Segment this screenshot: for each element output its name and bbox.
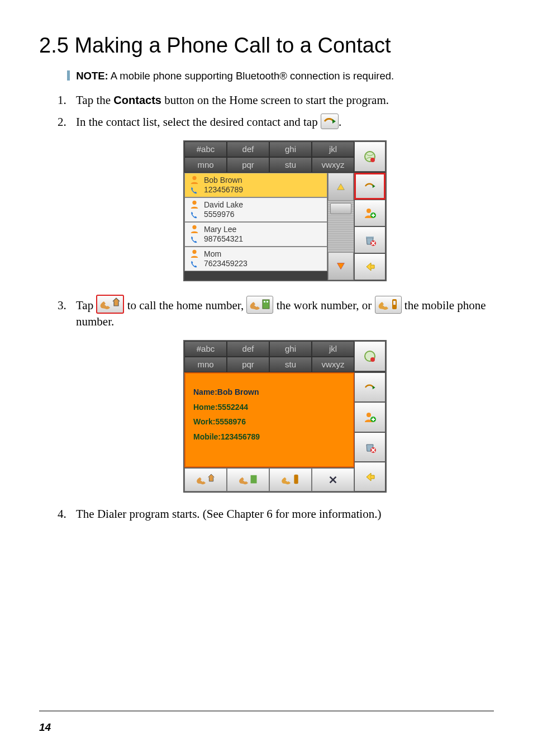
triangle-up-icon — [336, 182, 346, 192]
back-arrow-icon — [363, 470, 377, 484]
back-arrow-icon — [363, 260, 377, 273]
key-pqr[interactable]: pqr — [227, 157, 269, 173]
call-mobile-button-inline[interactable] — [375, 296, 402, 314]
phone-icon — [189, 259, 199, 270]
globe-icon — [363, 150, 377, 163]
svg-point-4 — [192, 225, 196, 229]
phone-icon — [189, 235, 199, 245]
step2-text: In the contact list, select the desired … — [76, 115, 321, 129]
contacts-app-screenshot-2: #abc def ghi jkl mno pqr stu vwxyz — [183, 340, 387, 493]
dial-button[interactable] — [354, 372, 386, 402]
key-mno[interactable]: mno — [184, 357, 227, 372]
delete-button[interactable] — [354, 226, 386, 253]
key-def[interactable]: def — [227, 341, 269, 357]
svg-rect-13 — [393, 301, 396, 305]
delete-button[interactable] — [354, 432, 386, 462]
step2-end: . — [339, 115, 341, 129]
dial-button[interactable] — [354, 173, 386, 200]
key-ghi[interactable]: ghi — [269, 141, 312, 157]
scroll-down-button[interactable] — [328, 252, 354, 280]
detail-mobile-label: Mobile: — [193, 432, 221, 441]
alpha-keypad: #abc def ghi jkl mno pqr stu vwxyz — [184, 141, 354, 173]
contact-item-mom[interactable]: Mom7623459223 — [184, 247, 327, 271]
back-button[interactable] — [354, 253, 386, 280]
contact-name: David Lake — [204, 200, 243, 210]
step4-text: The Dialer program starts. (See Chapter … — [76, 507, 381, 521]
scroll-thumb[interactable] — [330, 203, 351, 214]
detail-home-label: Home: — [193, 403, 218, 412]
svg-point-5 — [192, 250, 196, 254]
detail-name-label: Name: — [193, 388, 217, 396]
svg-point-3 — [192, 201, 196, 205]
note: NOTE: A mobile phone supporting Bluetoot… — [67, 70, 494, 82]
svg-point-1 — [370, 158, 375, 162]
scrollbar[interactable] — [327, 173, 354, 280]
contact-item-mary-lee[interactable]: Mary Lee987654321 — [184, 222, 327, 247]
key-ghi[interactable]: ghi — [269, 341, 312, 357]
call-work-button-inline[interactable] — [246, 296, 273, 314]
call-home-button[interactable] — [184, 468, 227, 492]
svg-point-6 — [367, 209, 371, 213]
globe-icon — [363, 349, 377, 363]
contact-number: 123456789 — [204, 185, 243, 195]
detail-mobile-value: 123456789 — [221, 432, 260, 441]
add-person-icon — [363, 410, 377, 424]
person-icon — [189, 199, 199, 209]
globe-button[interactable] — [354, 341, 386, 371]
key-jkl[interactable]: jkl — [312, 141, 354, 157]
key-abc[interactable]: #abc — [184, 341, 227, 357]
key-stu[interactable]: stu — [269, 157, 312, 173]
step-3: Tap to call the home number, the work nu… — [69, 295, 494, 493]
back-button[interactable] — [354, 462, 386, 492]
svg-point-18 — [367, 413, 371, 417]
contact-item-david-lake[interactable]: David Lake5559976 — [184, 197, 327, 222]
note-label: NOTE: — [76, 70, 108, 82]
call-work-icon — [247, 296, 273, 313]
add-person-icon — [363, 206, 377, 220]
phone-icon — [189, 210, 199, 220]
call-mobile-button[interactable] — [269, 468, 312, 492]
close-button[interactable] — [312, 468, 354, 492]
svg-rect-16 — [251, 475, 257, 484]
call-mobile-icon — [375, 296, 401, 313]
alpha-keypad: #abc def ghi jkl mno pqr stu vwxyz — [184, 341, 354, 373]
key-jkl[interactable]: jkl — [312, 341, 354, 357]
key-mno[interactable]: mno — [184, 157, 227, 173]
add-contact-button[interactable] — [354, 200, 386, 226]
footer-rule — [39, 711, 494, 711]
detail-work-label: Work: — [193, 417, 215, 426]
note-bar-icon — [67, 70, 70, 81]
dial-arrow-icon — [363, 381, 377, 394]
svg-rect-10 — [264, 301, 265, 303]
detail-home-value: 5552244 — [218, 403, 249, 412]
contact-item-bob-brown[interactable]: Bob Brown123456789 — [184, 173, 327, 197]
key-pqr[interactable]: pqr — [227, 357, 269, 372]
person-icon — [189, 224, 199, 234]
key-stu[interactable]: stu — [269, 357, 312, 372]
contacts-button-label: Contacts — [113, 94, 161, 106]
scroll-up-button[interactable] — [328, 173, 354, 201]
key-vwxyz[interactable]: vwxyz — [312, 157, 354, 173]
call-home-button-inline[interactable] — [96, 295, 124, 314]
contact-name: Bob Brown — [204, 176, 243, 186]
step-2: In the contact list, select the desired … — [69, 114, 494, 281]
detail-name-value: Bob Brown — [217, 388, 259, 396]
dial-arrow-button[interactable] — [321, 114, 339, 129]
section-heading: 2.5 Making a Phone Call to a Contact — [39, 34, 494, 58]
call-work-icon — [236, 471, 260, 488]
phone-icon — [189, 186, 199, 196]
step3-a: Tap — [76, 299, 96, 312]
svg-point-15 — [370, 357, 375, 362]
svg-point-2 — [192, 176, 196, 180]
call-work-button[interactable] — [227, 468, 269, 492]
scroll-track[interactable] — [328, 201, 354, 252]
dial-arrow-icon — [363, 179, 377, 193]
globe-button[interactable] — [354, 141, 386, 172]
key-abc[interactable]: #abc — [184, 141, 227, 157]
call-mobile-icon — [279, 471, 302, 488]
svg-rect-11 — [266, 301, 268, 303]
add-contact-button[interactable] — [354, 402, 386, 432]
contact-number: 987654321 — [204, 234, 243, 244]
key-def[interactable]: def — [227, 141, 269, 157]
key-vwxyz[interactable]: vwxyz — [312, 357, 354, 372]
